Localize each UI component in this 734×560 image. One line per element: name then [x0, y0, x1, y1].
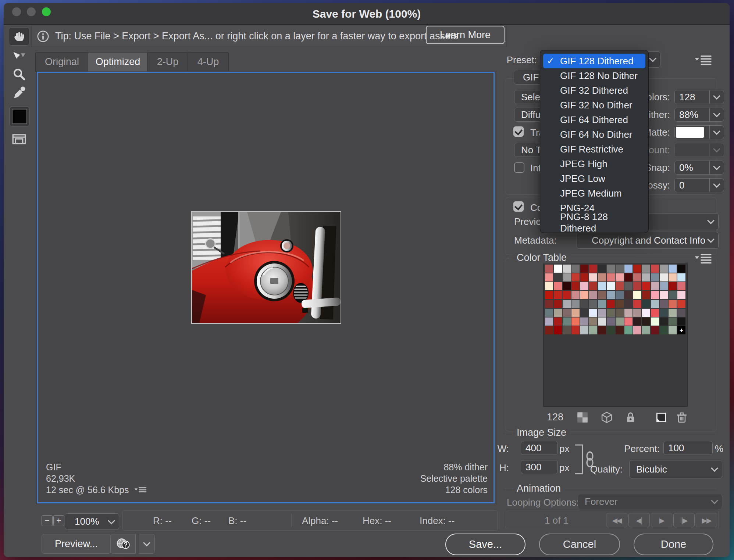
interlaced-checkbox[interactable]: [514, 162, 524, 173]
color-swatch[interactable]: [642, 300, 650, 308]
play-button[interactable]: ▶: [651, 513, 672, 527]
color-swatch[interactable]: [563, 317, 571, 326]
metadata-select[interactable]: Copyright and Contact Info: [577, 232, 719, 249]
color-swatch[interactable]: [571, 309, 580, 317]
color-swatch[interactable]: [616, 273, 624, 281]
color-table-menu-icon[interactable]: [694, 254, 713, 265]
color-swatch[interactable]: [660, 282, 668, 290]
color-swatch[interactable]: [589, 326, 597, 334]
matte-picker[interactable]: [709, 126, 724, 139]
tab-2up[interactable]: 2-Up: [147, 52, 188, 72]
lock-color-icon[interactable]: [624, 411, 637, 424]
color-swatch[interactable]: [669, 309, 677, 317]
color-swatch[interactable]: [642, 273, 650, 281]
eyedropper-tool-button[interactable]: [11, 85, 27, 101]
color-swatch[interactable]: [571, 265, 580, 273]
tab-4up[interactable]: 4-Up: [188, 52, 229, 72]
color-swatch[interactable]: [607, 326, 615, 334]
color-swatch[interactable]: [580, 317, 588, 326]
color-swatch[interactable]: [616, 300, 624, 308]
color-swatch[interactable]: [571, 317, 580, 326]
preset-menu-item[interactable]: ✓GIF 128 Dithered: [543, 54, 645, 68]
color-swatch[interactable]: [607, 265, 615, 273]
width-field[interactable]: 400: [521, 441, 558, 455]
color-swatch[interactable]: [545, 291, 553, 299]
color-swatch[interactable]: [607, 300, 615, 308]
color-swatch[interactable]: [677, 317, 685, 326]
color-swatch[interactable]: [651, 326, 659, 334]
color-swatch[interactable]: [571, 326, 580, 334]
color-swatch[interactable]: [563, 265, 571, 273]
color-swatch[interactable]: [660, 300, 668, 308]
color-swatch[interactable]: [633, 282, 641, 290]
color-swatch[interactable]: [571, 291, 580, 299]
color-swatch[interactable]: [554, 291, 562, 299]
color-swatch[interactable]: [660, 291, 668, 299]
color-swatch[interactable]: [616, 291, 624, 299]
color-swatch[interactable]: [633, 326, 641, 334]
color-swatch[interactable]: [660, 273, 668, 281]
color-swatch[interactable]: [633, 265, 641, 273]
colors-field[interactable]: 128: [674, 90, 724, 104]
color-swatch[interactable]: [633, 273, 641, 281]
preset-menu-item[interactable]: JPEG Medium: [543, 186, 645, 201]
next-frame-button[interactable]: |▶: [673, 513, 695, 527]
color-swatch[interactable]: [563, 291, 571, 299]
color-swatch[interactable]: [677, 300, 685, 308]
color-swatch[interactable]: [607, 273, 615, 281]
color-swatch[interactable]: [642, 317, 650, 326]
color-swatch[interactable]: [651, 309, 659, 317]
color-swatch[interactable]: [616, 326, 624, 334]
cancel-button[interactable]: Cancel: [539, 534, 620, 555]
color-swatch[interactable]: [651, 273, 659, 281]
color-swatch[interactable]: [642, 326, 650, 334]
tab-original[interactable]: Original: [35, 52, 89, 72]
web-shift-cube-icon[interactable]: [600, 411, 613, 424]
websnap-stepper[interactable]: [709, 161, 724, 174]
learn-more-button[interactable]: Learn More: [426, 26, 505, 44]
preset-menu-item[interactable]: GIF 32 Dithered: [543, 83, 645, 98]
color-swatch[interactable]: [633, 317, 641, 326]
color-swatch[interactable]: [624, 291, 633, 299]
preset-menu-item[interactable]: GIF 32 No Dither: [543, 98, 645, 112]
color-swatch[interactable]: [554, 265, 562, 273]
toggle-slices-visibility-button[interactable]: [10, 131, 28, 147]
preview-in-browser-button[interactable]: Preview...: [42, 534, 111, 554]
title-bar[interactable]: Save for Web (100%): [4, 3, 730, 25]
color-swatch[interactable]: [598, 309, 606, 317]
color-swatch[interactable]: [616, 309, 624, 317]
color-swatch[interactable]: [580, 273, 588, 281]
color-swatch[interactable]: [607, 291, 615, 299]
transparency-checkbox[interactable]: [513, 126, 524, 137]
color-swatch[interactable]: [598, 300, 606, 308]
percent-field[interactable]: 100: [663, 441, 713, 455]
color-swatch[interactable]: [554, 282, 562, 290]
color-swatch[interactable]: [545, 309, 553, 317]
color-swatch[interactable]: [616, 282, 624, 290]
color-swatch[interactable]: [624, 309, 633, 317]
color-swatch[interactable]: [598, 273, 606, 281]
height-field[interactable]: 300: [521, 460, 558, 474]
browser-preview-icon-button[interactable]: [110, 534, 136, 554]
color-swatch[interactable]: [624, 317, 633, 326]
color-swatch[interactable]: [571, 282, 580, 290]
color-swatch[interactable]: [563, 326, 571, 334]
preset-menu-item[interactable]: PNG-8 128 Dithered: [543, 215, 645, 230]
optimized-preview-panel[interactable]: GIF 62,93K 12 sec @ 56.6 Kbps 88% dither…: [36, 71, 495, 504]
color-swatch[interactable]: [554, 300, 562, 308]
color-swatch[interactable]: [598, 265, 606, 273]
zoom-level-select[interactable]: 100%: [65, 513, 119, 530]
browser-select-chevron[interactable]: [139, 534, 155, 554]
color-swatch[interactable]: [563, 273, 571, 281]
color-swatch[interactable]: [545, 300, 553, 308]
color-swatch[interactable]: [598, 291, 606, 299]
color-swatch[interactable]: [669, 291, 677, 299]
preset-menu-item[interactable]: GIF Restrictive: [543, 142, 645, 157]
color-swatch[interactable]: [589, 265, 597, 273]
eyedropper-color-well[interactable]: [10, 107, 29, 126]
color-swatch[interactable]: [580, 309, 588, 317]
color-swatch[interactable]: [651, 282, 659, 290]
color-swatch[interactable]: [545, 265, 553, 273]
color-swatch[interactable]: [669, 273, 677, 281]
color-swatch[interactable]: [607, 317, 615, 326]
